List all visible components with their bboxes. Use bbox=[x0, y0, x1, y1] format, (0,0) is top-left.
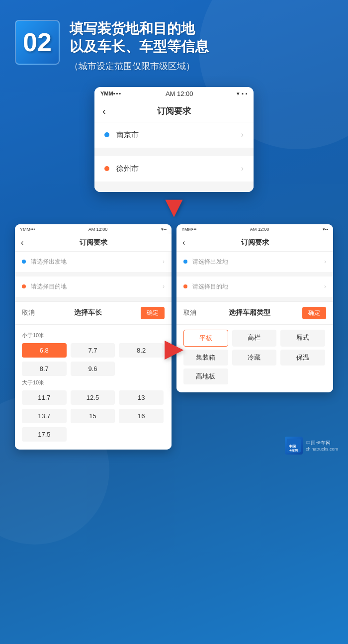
arrow-right-container: ▶ bbox=[165, 334, 183, 363]
left-panel-phone: YMM••• AM 12:00 ▾▪▪ ‹ 订阅要求 请选择出发地 › 请选择目… bbox=[15, 224, 172, 450]
option-railing[interactable]: 高栏 bbox=[232, 330, 277, 347]
main-nav-title: 订阅要求 bbox=[157, 105, 191, 117]
right-nav-title: 订阅要求 bbox=[241, 238, 269, 247]
right-cancel-button[interactable]: 取消 bbox=[183, 308, 196, 317]
right-picker-body: 平板 高栏 厢式 集装箱 冷藏 保温 高地板 bbox=[176, 325, 333, 392]
right-picker-title: 选择车厢类型 bbox=[229, 308, 270, 317]
arrow-down-icon: ▼ bbox=[159, 192, 188, 222]
right-to-text: 请选择目的地 bbox=[192, 282, 324, 291]
option-insulated[interactable]: 保温 bbox=[280, 350, 325, 366]
option-17-5[interactable]: 17.5 bbox=[22, 427, 67, 442]
right-from-arrow: › bbox=[324, 258, 326, 265]
option-flat[interactable]: 平板 bbox=[183, 330, 228, 347]
left-picker-body: 小于10米 6.8 7.7 8.2 8.7 9.6 大于10米 11.7 12.… bbox=[15, 325, 172, 450]
large-options: 11.7 12.5 13 13.7 15 16 17.5 bbox=[22, 390, 165, 442]
page-wrapper: 02 填写装货地和目的地 以及车长、车型等信息 （城市设定范围仅限市级区域） Y… bbox=[0, 0, 348, 464]
svg-text:中国: 中国 bbox=[289, 444, 296, 448]
type-options-row2: 集装箱 冷藏 保温 bbox=[183, 350, 326, 366]
left-picker-title: 选择车长 bbox=[74, 308, 102, 317]
from-arrow-icon: › bbox=[241, 130, 244, 139]
left-nav-title: 订阅要求 bbox=[80, 238, 107, 247]
left-from-text: 请选择出发地 bbox=[31, 258, 163, 266]
right-back-button[interactable]: ‹ bbox=[182, 238, 185, 247]
to-dot bbox=[104, 166, 109, 171]
option-highfloor[interactable]: 高地板 bbox=[183, 368, 228, 384]
right-to-dot bbox=[183, 284, 187, 288]
option-container[interactable]: 集装箱 bbox=[183, 350, 228, 366]
left-route-from[interactable]: 请选择出发地 › bbox=[15, 252, 172, 272]
option-8-7[interactable]: 8.7 bbox=[22, 362, 67, 376]
small-options: 6.8 7.7 8.2 8.7 9.6 bbox=[22, 343, 165, 376]
right-picker-section: 取消 选择车厢类型 确定 平板 高栏 厢式 集装箱 冷藏 保温 bbox=[176, 301, 333, 392]
left-panel-content: 请选择出发地 › 请选择目的地 › bbox=[15, 252, 172, 301]
header-title: 填写装货地和目的地 以及车长、车型等信息 bbox=[70, 20, 333, 56]
watermark: 中国 卡车网 中国卡车网 chinatrucks.com bbox=[285, 437, 338, 455]
main-back-button[interactable]: ‹ bbox=[102, 105, 106, 117]
svg-text:卡车网: 卡车网 bbox=[289, 449, 298, 452]
to-arrow-icon: › bbox=[241, 164, 244, 173]
right-route-from[interactable]: 请选择出发地 › bbox=[176, 252, 333, 272]
right-panel-phone: YMM••• AM 12:00 ▾▪▪ ‹ 订阅要求 请选择出发地 › 请选择目… bbox=[176, 224, 333, 392]
step-badge: 02 bbox=[15, 20, 60, 65]
right-nav-bar: ‹ 订阅要求 bbox=[176, 234, 333, 252]
option-refrigerated[interactable]: 冷藏 bbox=[232, 350, 277, 366]
option-7-7[interactable]: 7.7 bbox=[71, 343, 115, 358]
left-to-text: 请选择目的地 bbox=[31, 282, 163, 291]
route-from-text: 南京市 bbox=[116, 130, 241, 140]
header-section: 02 填写装货地和目的地 以及车长、车型等信息 （城市设定范围仅限市级区域） bbox=[15, 20, 333, 72]
route-to-text: 徐州市 bbox=[116, 164, 241, 174]
type-options-row3: 高地板 bbox=[183, 368, 326, 384]
option-6-8[interactable]: 6.8 bbox=[22, 343, 67, 358]
left-route-to[interactable]: 请选择目的地 › bbox=[15, 276, 172, 297]
option-12-5[interactable]: 12.5 bbox=[71, 390, 115, 405]
left-confirm-button[interactable]: 确定 bbox=[141, 307, 165, 319]
left-to-arrow: › bbox=[163, 283, 165, 290]
route-to-item[interactable]: 徐州市 › bbox=[94, 156, 254, 182]
option-box[interactable]: 厢式 bbox=[280, 330, 325, 347]
option-16[interactable]: 16 bbox=[119, 409, 164, 423]
option-13-7[interactable]: 13.7 bbox=[22, 409, 67, 423]
left-nav-bar: ‹ 订阅要求 bbox=[15, 234, 172, 252]
option-8-2[interactable]: 8.2 bbox=[119, 343, 164, 358]
option-13[interactable]: 13 bbox=[119, 390, 164, 405]
right-picker-header: 取消 选择车厢类型 确定 bbox=[176, 302, 333, 325]
large-group-label: 大于10米 bbox=[22, 379, 165, 386]
option-15[interactable]: 15 bbox=[71, 409, 115, 423]
option-11-7[interactable]: 11.7 bbox=[22, 390, 67, 405]
left-from-dot bbox=[22, 260, 26, 264]
left-status-bar: YMM••• AM 12:00 ▾▪▪ bbox=[15, 224, 172, 234]
watermark-text: 中国卡车网 chinatrucks.com bbox=[306, 440, 338, 452]
option-9-6[interactable]: 9.6 bbox=[71, 362, 115, 376]
bottom-panels: YMM••• AM 12:00 ▾▪▪ ‹ 订阅要求 请选择出发地 › 请选择目… bbox=[15, 224, 333, 450]
right-to-arrow: › bbox=[324, 283, 326, 290]
header-subtitle: （城市设定范围仅限市级区域） bbox=[70, 60, 333, 72]
route-from-item[interactable]: 南京市 › bbox=[94, 122, 254, 148]
arrow-down-container: ▼ bbox=[15, 192, 333, 222]
left-cancel-button[interactable]: 取消 bbox=[22, 308, 35, 317]
small-group-label: 小于10米 bbox=[22, 332, 165, 339]
right-confirm-button[interactable]: 确定 bbox=[302, 307, 326, 319]
right-from-text: 请选择出发地 bbox=[192, 258, 324, 266]
main-phone: YMM••• AM 12:00 ▾ ▪ ▪ ‹ 订阅要求 南京市 › bbox=[94, 87, 254, 192]
right-panel-content: 请选择出发地 › 请选择目的地 › bbox=[176, 252, 333, 301]
left-picker-section: 取消 选择车长 确定 小于10米 6.8 7.7 8.2 8.7 9.6 大于1… bbox=[15, 301, 172, 450]
left-to-dot bbox=[22, 284, 26, 288]
arrow-right-icon: ▶ bbox=[165, 334, 183, 363]
right-status-bar: YMM••• AM 12:00 ▾▪▪ bbox=[176, 224, 333, 234]
left-picker-header: 取消 选择车长 确定 bbox=[15, 302, 172, 325]
from-dot bbox=[104, 132, 109, 137]
left-back-button[interactable]: ‹ bbox=[21, 238, 23, 247]
main-status-bar: YMM••• AM 12:00 ▾ ▪ ▪ bbox=[94, 87, 254, 100]
header-text: 填写装货地和目的地 以及车长、车型等信息 （城市设定范围仅限市级区域） bbox=[70, 20, 333, 72]
watermark-logo: 中国 卡车网 bbox=[285, 437, 303, 455]
main-phone-container: YMM••• AM 12:00 ▾ ▪ ▪ ‹ 订阅要求 南京市 › bbox=[15, 87, 333, 192]
type-options-row1: 平板 高栏 厢式 bbox=[183, 330, 326, 347]
right-route-to[interactable]: 请选择目的地 › bbox=[176, 276, 333, 297]
left-from-arrow: › bbox=[163, 258, 165, 265]
main-phone-content: 南京市 › 徐州市 › bbox=[94, 122, 254, 192]
right-from-dot bbox=[183, 260, 187, 264]
main-nav-bar: ‹ 订阅要求 bbox=[94, 100, 254, 122]
